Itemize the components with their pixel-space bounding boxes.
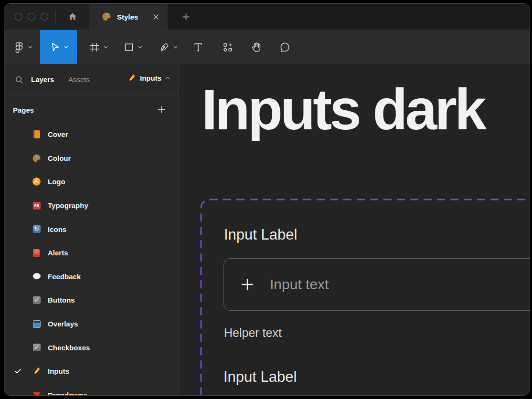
page-item-feedback[interactable]: Feedback <box>4 265 179 289</box>
pencil-icon <box>127 74 136 83</box>
checkbox-icon: ✓ <box>32 295 41 304</box>
page-item-dropdowns[interactable]: Dropdowns <box>4 383 179 396</box>
move-tool-button[interactable] <box>40 30 77 64</box>
pages-title: Pages <box>13 106 34 114</box>
actions-icon <box>222 42 234 53</box>
pages-section-header: Pages <box>4 101 179 120</box>
text-input-field[interactable]: Input text <box>223 258 530 311</box>
bridge-icon <box>32 319 41 328</box>
tab-assets[interactable]: Assets <box>68 75 90 84</box>
window-minimize-button[interactable] <box>28 13 35 21</box>
palette-icon <box>102 12 111 21</box>
radioactive-icon <box>32 177 41 186</box>
tab-label: Styles <box>117 13 147 21</box>
text-icon <box>192 42 204 53</box>
figma-window: Styles <box>4 3 530 396</box>
shape-tool-button[interactable] <box>117 30 148 64</box>
hand-icon <box>250 41 263 53</box>
plus-icon <box>238 275 256 294</box>
current-page-label: Inputs <box>140 74 161 82</box>
text-tool-button[interactable] <box>189 30 208 64</box>
hand-tool-button[interactable] <box>247 30 266 64</box>
input-placeholder: Input text <box>270 276 329 293</box>
triangle-down-icon <box>32 390 41 396</box>
comment-icon <box>279 42 291 53</box>
new-tab-button[interactable] <box>176 4 195 30</box>
page-item-checkboxes[interactable]: ✓ Checkboxes <box>4 336 179 359</box>
tab-styles[interactable]: Styles <box>89 4 168 30</box>
frame-icon <box>89 42 100 53</box>
canvas[interactable]: Inputs dark Input Label Input text Helpe… <box>179 64 530 396</box>
pages-list: Cover Colour Logo AB Typography <box>4 123 179 396</box>
checkbox-icon: ✓ <box>32 343 41 352</box>
page-item-buttons[interactable]: ✓ Buttons <box>4 288 179 312</box>
panel-header: Layers Assets Inputs <box>4 64 179 94</box>
chevron-down-icon <box>64 46 68 49</box>
palette-icon <box>32 154 41 163</box>
window-controls-area <box>4 4 89 30</box>
page-item-alerts[interactable]: Alerts <box>4 241 179 265</box>
rectangle-icon <box>123 42 135 53</box>
input-label-1: Input Label <box>224 226 297 243</box>
tab-layers[interactable]: Layers <box>31 75 54 84</box>
chevron-down-icon <box>138 46 142 49</box>
book-icon <box>32 130 41 139</box>
input-label-2: Input Label <box>223 368 297 386</box>
close-icon[interactable] <box>153 14 159 20</box>
siren-icon <box>32 248 41 257</box>
canvas-title-text: Inputs dark <box>202 76 484 142</box>
window-zoom-button[interactable] <box>41 13 48 21</box>
page-item-cover[interactable]: Cover <box>4 123 179 147</box>
main-menu-button[interactable] <box>8 30 38 64</box>
figma-logo-icon <box>13 41 25 53</box>
actions-tool-button[interactable] <box>218 30 237 64</box>
home-tab[interactable] <box>55 4 89 30</box>
plus-icon <box>182 13 190 21</box>
comment-tool-button[interactable] <box>275 30 294 64</box>
frame-tool-button[interactable] <box>83 30 114 64</box>
pen-icon <box>159 42 170 53</box>
helper-text: Helper text <box>224 326 282 340</box>
page-item-colour[interactable]: Colour <box>4 147 179 170</box>
add-page-button[interactable] <box>157 105 166 114</box>
pencil-icon <box>32 367 41 376</box>
current-page-selector[interactable]: Inputs <box>127 74 170 83</box>
page-item-typography[interactable]: AB Typography <box>4 194 179 218</box>
cursor-icon <box>49 42 61 53</box>
chevron-down-icon <box>104 46 108 49</box>
left-panel: Layers Assets Inputs <box>4 64 179 396</box>
search-icon[interactable] <box>15 75 24 84</box>
chevron-down-icon <box>173 46 178 49</box>
toolbar <box>4 30 530 64</box>
check-icon <box>15 368 21 374</box>
window-close-button[interactable] <box>15 13 22 21</box>
page-item-icons[interactable]: ↻ Icons <box>4 217 179 241</box>
page-item-logo[interactable]: Logo <box>4 170 179 194</box>
arrows-icon: ↻ <box>32 225 41 234</box>
pen-tool-button[interactable] <box>153 30 183 64</box>
chevron-up-icon <box>165 76 170 80</box>
ab-icon: AB <box>32 201 41 210</box>
tab-bar: Styles <box>4 4 530 30</box>
chevron-down-icon <box>28 46 32 49</box>
page-item-inputs[interactable]: Inputs <box>4 359 179 383</box>
speech-icon <box>32 272 41 281</box>
page-item-overlays[interactable]: Overlays <box>4 312 179 336</box>
home-icon <box>67 11 78 22</box>
